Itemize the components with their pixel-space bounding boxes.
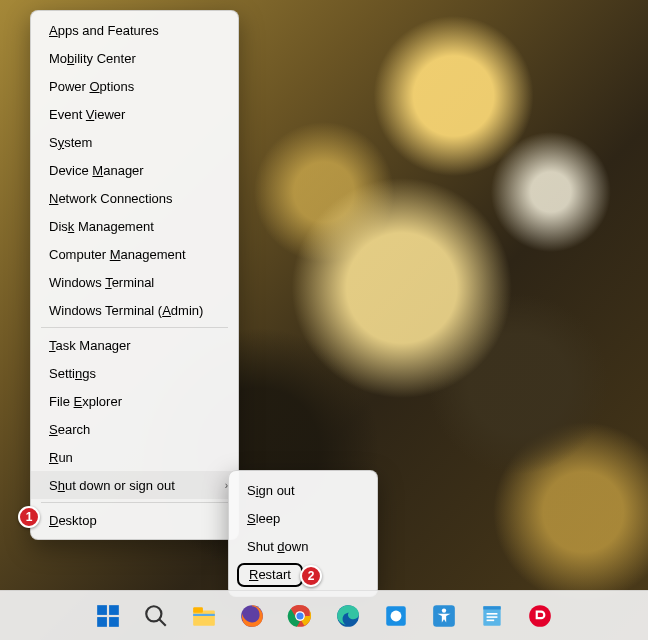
svg-point-15 (391, 610, 402, 621)
access-key-underline: N (49, 191, 58, 206)
menu-item-search[interactable]: Search (31, 415, 238, 443)
menu-item-label: Mobility Center (49, 51, 136, 66)
access-key-underline: T (49, 338, 56, 353)
access-key-underline: n (75, 366, 82, 381)
access-key-underline: T (105, 275, 112, 290)
access-key-underline: R (49, 450, 58, 465)
menu-item-network-connections[interactable]: Network Connections (31, 184, 238, 212)
power-user-menu: Apps and FeaturesMobility CenterPower Op… (30, 10, 239, 540)
menu-item-device-manager[interactable]: Device Manager (31, 156, 238, 184)
menu-item-task-manager[interactable]: Task Manager (31, 331, 238, 359)
menu-item-event-viewer[interactable]: Event Viewer (31, 100, 238, 128)
menu-separator (41, 502, 228, 503)
menu-item-label: Restart (249, 567, 291, 582)
menu-item-label: Windows Terminal (49, 275, 154, 290)
svg-rect-19 (483, 606, 500, 609)
submenu-item-shut-down[interactable]: Shut down (229, 532, 377, 560)
access-key-underline: b (67, 51, 74, 66)
menu-item-shut-down-or-sign-out[interactable]: Shut down or sign out› (31, 471, 238, 499)
file-explorer-icon[interactable] (184, 596, 224, 636)
annotation-badge-2: 2 (300, 565, 322, 587)
svg-rect-6 (193, 610, 215, 625)
start-icon[interactable] (88, 596, 128, 636)
taskbar (0, 590, 648, 640)
access-key-underline: D (49, 513, 58, 528)
menu-item-label: Disk Management (49, 219, 154, 234)
svg-rect-0 (97, 605, 107, 615)
accessibility-icon[interactable] (424, 596, 464, 636)
red-app-icon[interactable] (520, 596, 560, 636)
menu-item-computer-management[interactable]: Computer Management (31, 240, 238, 268)
access-key-underline: A (49, 23, 58, 38)
menu-item-label: Sleep (247, 511, 280, 526)
menu-item-label: System (49, 135, 92, 150)
svg-rect-7 (193, 607, 203, 612)
menu-item-windows-terminal-admin[interactable]: Windows Terminal (Admin) (31, 296, 238, 324)
access-key-underline: h (58, 478, 65, 493)
access-key-underline: d (277, 539, 284, 554)
edge-icon[interactable] (328, 596, 368, 636)
menu-item-disk-management[interactable]: Disk Management (31, 212, 238, 240)
access-key-underline: i (256, 483, 259, 498)
svg-point-4 (146, 606, 161, 621)
access-key-underline: y (58, 135, 65, 150)
access-key-underline: M (110, 247, 121, 262)
menu-item-label: Computer Management (49, 247, 186, 262)
access-key-underline: S (49, 422, 58, 437)
menu-item-label: Device Manager (49, 163, 144, 178)
svg-rect-1 (109, 605, 119, 615)
menu-item-settings[interactable]: Settings (31, 359, 238, 387)
svg-rect-3 (109, 617, 119, 627)
menu-item-windows-terminal[interactable]: Windows Terminal (31, 268, 238, 296)
menu-item-label: File Explorer (49, 394, 122, 409)
menu-item-label: Event Viewer (49, 107, 125, 122)
access-key-underline: E (74, 394, 83, 409)
menu-item-apps-and-features[interactable]: Apps and Features (31, 16, 238, 44)
search-icon[interactable] (136, 596, 176, 636)
menu-item-label: Windows Terminal (Admin) (49, 303, 203, 318)
access-key-underline: k (68, 219, 75, 234)
access-key-underline: A (162, 303, 171, 318)
svg-point-17 (442, 608, 446, 612)
menu-item-system[interactable]: System (31, 128, 238, 156)
access-key-underline: S (247, 511, 256, 526)
menu-item-label: Settings (49, 366, 96, 381)
access-key-underline: V (86, 107, 94, 122)
menu-separator (41, 327, 228, 328)
menu-item-label: Network Connections (49, 191, 173, 206)
menu-item-mobility-center[interactable]: Mobility Center (31, 44, 238, 72)
submenu-item-sign-out[interactable]: Sign out (229, 476, 377, 504)
annotation-badge-1: 1 (18, 506, 40, 528)
svg-point-23 (529, 605, 551, 627)
menu-item-label: Desktop (49, 513, 97, 528)
menu-item-power-options[interactable]: Power Options (31, 72, 238, 100)
menu-item-label: Run (49, 450, 73, 465)
menu-item-label: Power Options (49, 79, 134, 94)
menu-item-run[interactable]: Run (31, 443, 238, 471)
access-key-underline: O (89, 79, 99, 94)
notes-icon[interactable] (472, 596, 512, 636)
menu-item-label: Search (49, 422, 90, 437)
svg-line-5 (159, 619, 166, 626)
menu-item-desktop[interactable]: Desktop (31, 506, 238, 534)
chrome-icon[interactable] (280, 596, 320, 636)
highlight-box: Restart (237, 563, 303, 587)
menu-item-label: Shut down or sign out (49, 478, 175, 493)
submenu-item-sleep[interactable]: Sleep (229, 504, 377, 532)
menu-item-label: Task Manager (49, 338, 131, 353)
menu-item-file-explorer[interactable]: File Explorer (31, 387, 238, 415)
menu-item-label: Sign out (247, 483, 295, 498)
svg-rect-2 (97, 617, 107, 627)
menu-item-label: Shut down (247, 539, 308, 554)
svg-rect-8 (193, 613, 215, 615)
svg-point-12 (296, 612, 303, 619)
generic-blue-icon[interactable] (376, 596, 416, 636)
access-key-underline: M (92, 163, 103, 178)
access-key-underline: R (249, 567, 258, 582)
menu-item-label: Apps and Features (49, 23, 159, 38)
firefox-icon[interactable] (232, 596, 272, 636)
